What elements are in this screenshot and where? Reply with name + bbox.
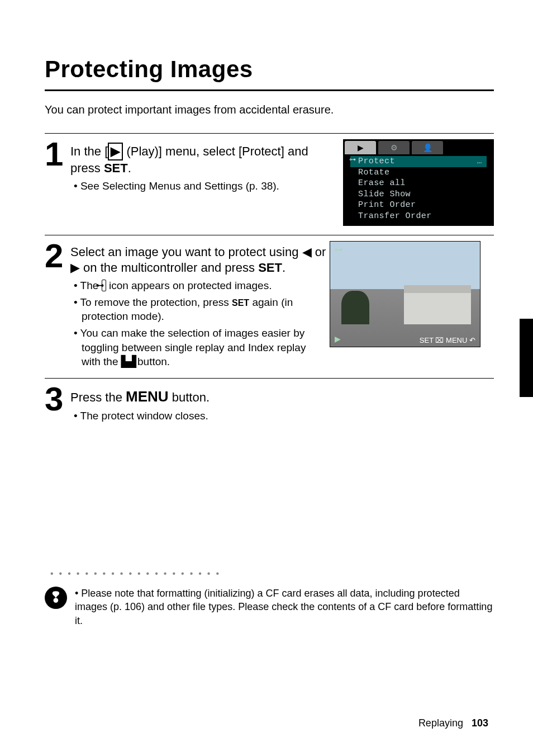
step-1-heading: In the [▶ (Play)] menu, select [Protect]…	[70, 143, 341, 176]
camera-menu-screenshot: ▶ ⚙ 👤 Protect Rotate Erase all Slide Sho…	[343, 139, 494, 226]
set-label: SET	[258, 261, 282, 275]
page-footer: Replaying 103	[418, 717, 488, 729]
play-icon: ▶	[108, 143, 123, 160]
menu-item-erase: Erase all	[350, 178, 487, 189]
photo-building	[404, 285, 471, 324]
menu-tab-mycamera: 👤	[412, 141, 443, 154]
title-rule	[45, 89, 494, 91]
menu-item-printorder: Print Order	[350, 200, 487, 211]
photo-tree	[341, 291, 369, 324]
note-text-body: Please note that formatting (initializin…	[75, 588, 492, 626]
left-arrow-icon: ◀	[302, 245, 312, 259]
text: In the [	[70, 144, 108, 158]
divider	[45, 378, 494, 379]
footer-section: Replaying	[418, 717, 463, 729]
text: button.	[135, 356, 170, 367]
step-2-heading: Select an image you want to protect usin…	[70, 244, 327, 275]
set-label: SET	[104, 161, 128, 175]
menu-tab-setup: ⚙	[378, 141, 410, 154]
text: You can make the selection of images eas…	[80, 327, 306, 367]
step-3: 3 Press the MENU button. The protect win…	[45, 384, 494, 423]
step-3-heading: Press the MENU button.	[70, 388, 494, 406]
text: .	[282, 261, 285, 275]
dot-separator: ••••••••••••••••••••	[50, 569, 494, 579]
menu-tab-play: ▶	[345, 141, 376, 154]
protect-icon: ⊶	[102, 280, 106, 291]
menu-item-transferorder: Transfer Order	[350, 211, 487, 222]
right-arrow-icon: ▶	[70, 261, 80, 275]
text: or	[312, 245, 326, 259]
note-bullet: •	[75, 588, 81, 599]
intro-text: You can protect important images from ac…	[45, 103, 494, 116]
step-number: 1	[45, 139, 68, 169]
step-number: 3	[45, 384, 68, 414]
step-2: 2 Select an image you want to protect us…	[45, 241, 494, 369]
protect-indicator-icon: ⊶	[335, 245, 342, 254]
step-2-bullet: The ⊶ icon appears on protected images.	[74, 278, 327, 293]
warning-icon: ❢	[45, 587, 67, 609]
menu-item-protect: Protect	[350, 156, 487, 167]
page-title: Protecting Images	[45, 56, 494, 83]
set-label: SET	[232, 298, 249, 308]
text: .	[128, 161, 131, 175]
text: Press the	[70, 390, 126, 404]
step-3-bullet: The protect window closes.	[74, 409, 494, 423]
step-2-bullet: To remove the protection, press SET agai…	[74, 295, 327, 324]
text: icon appears on protected images.	[106, 280, 272, 291]
divider	[45, 235, 494, 235]
playback-icon: ▶	[335, 334, 341, 343]
text: on the multicontroller and press	[80, 261, 258, 275]
text: Select an image you want to protect usin…	[70, 245, 302, 259]
menu-item-rotate: Rotate	[350, 167, 487, 178]
step-1: 1 In the [▶ (Play)] menu, select [Protec…	[45, 139, 494, 226]
photo-hud-text: SET ⌧ MENU ↶	[420, 336, 475, 344]
camera-photo-screenshot: ⊶ ▶ SET ⌧ MENU ↶	[330, 241, 480, 347]
step-number: 2	[45, 241, 68, 271]
step-2-bullet: You can make the selection of images eas…	[74, 326, 327, 369]
index-icon: ▙▟	[121, 356, 135, 367]
divider	[45, 133, 494, 134]
text: button.	[169, 390, 210, 404]
text: To remove the protection, press	[80, 296, 232, 308]
step-1-bullet: See Selecting Menus and Settings (p. 38)…	[74, 179, 341, 193]
footer-page-number: 103	[472, 717, 488, 729]
caution-note: ❢ • Please note that formatting (initial…	[45, 587, 494, 627]
menu-item-slideshow: Slide Show	[350, 189, 487, 200]
menu-label: MENU	[126, 388, 169, 405]
